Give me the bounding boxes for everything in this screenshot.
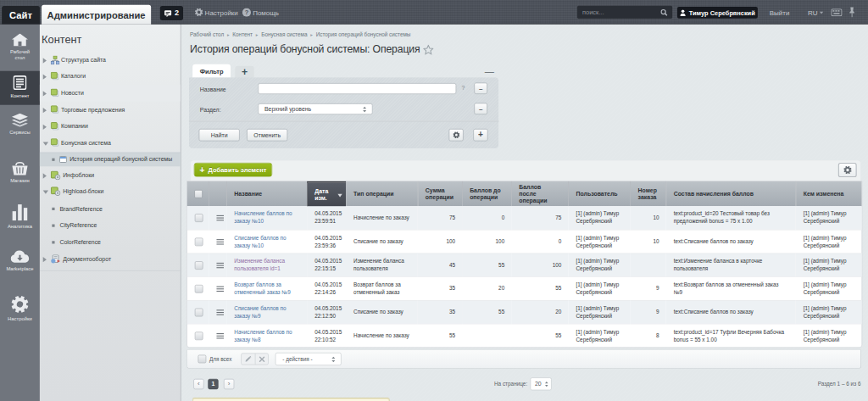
svg-text:?: ? <box>245 8 249 16</box>
